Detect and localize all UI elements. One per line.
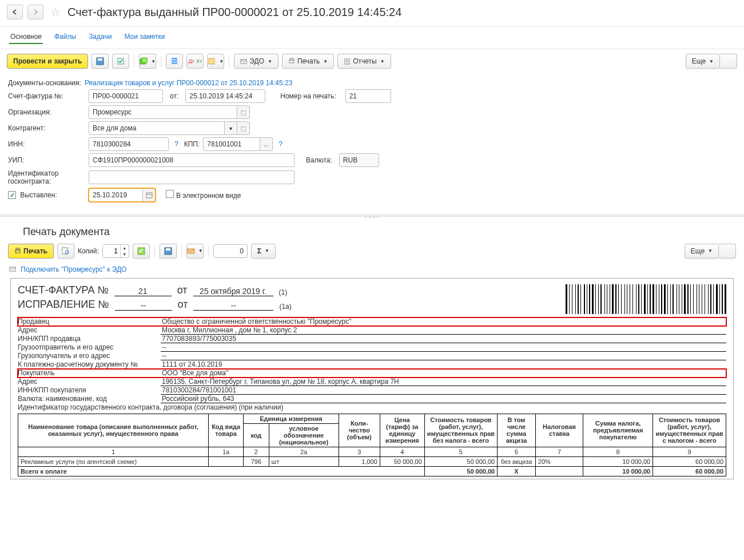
- print-no-label: Номер на печать:: [280, 92, 336, 100]
- inn-field[interactable]: 7810300284: [89, 137, 169, 151]
- svg-rect-10: [289, 60, 294, 63]
- issued-checkbox[interactable]: [8, 191, 16, 199]
- doc-kv-row: ПродавецОбщество с ограниченной ответств…: [18, 317, 726, 326]
- edo-button[interactable]: ЭДО▼: [234, 54, 278, 69]
- goscontract-line: Идентификатор государственного контракта…: [18, 403, 726, 411]
- issued-date-field[interactable]: 25.10.2019: [89, 188, 143, 202]
- issued-label: Выставлен:: [8, 191, 85, 200]
- tab-files[interactable]: Файлы: [53, 30, 77, 44]
- print-no-field[interactable]: 21: [345, 89, 391, 103]
- doc-kv-row: ИНН/КПП покупателя7810300284/781001001: [18, 386, 726, 395]
- help-button[interactable]: [720, 54, 737, 69]
- doc-kv-row: Грузополучатель и его адрес--: [18, 352, 726, 360]
- currency-field: RUB: [339, 153, 379, 167]
- svg-rect-17: [15, 250, 20, 253]
- page-title: Счет-фактура выданный ПР00-0000021 от 25…: [67, 6, 401, 19]
- svg-rect-23: [166, 248, 170, 251]
- doc-kv-row: К платежно-расчетному документу №1111 от…: [18, 360, 726, 369]
- svg-rect-11: [290, 58, 293, 60]
- edit-cell-button[interactable]: [133, 244, 150, 259]
- electronic-label: В электронном виде: [176, 192, 241, 200]
- favorite-star-icon[interactable]: ☆: [50, 5, 61, 19]
- svg-rect-6: [172, 60, 177, 62]
- svg-rect-1: [98, 58, 102, 61]
- kpp-label: КПП:: [184, 140, 200, 148]
- email-button[interactable]: ▼: [186, 244, 204, 259]
- issued-date-picker-button[interactable]: [143, 188, 156, 202]
- counterparty-select-button[interactable]: ▾: [225, 121, 237, 135]
- reports-button[interactable]: Отчеты▼: [337, 54, 391, 69]
- connect-edo-link[interactable]: Подключить "Промресурс" к ЭДО: [21, 265, 126, 273]
- doc-kv-row: Адрес196135, Санкт-Петербург г, Типанова…: [18, 378, 726, 386]
- corr-no: --: [115, 301, 172, 311]
- invoice-no-field[interactable]: ПР00-0000021: [89, 89, 163, 103]
- org-open-button[interactable]: ⬚: [237, 105, 250, 119]
- uip-label: УИП:: [8, 156, 85, 164]
- create-based-on-button[interactable]: ▼: [139, 54, 156, 69]
- from-date-field[interactable]: 25.10.2019 14:45:24: [185, 89, 265, 103]
- copies-label: Копий:: [78, 247, 99, 255]
- inn-help-icon[interactable]: ?: [174, 140, 178, 148]
- doc-kv-row: Грузоотправитель и его адрес--: [18, 343, 726, 352]
- tab-main[interactable]: Основное: [9, 30, 43, 44]
- electronic-checkbox[interactable]: [166, 190, 174, 198]
- print-doc-button[interactable]: Печать: [8, 244, 54, 259]
- copies-spinner[interactable]: ▲▼: [102, 244, 129, 258]
- corr-label: ИСПРАВЛЕНИЕ №: [18, 299, 109, 311]
- invoice-no-label: Счет-фактура №:: [8, 92, 85, 100]
- barcode: [566, 284, 726, 314]
- document-preview: СЧЕТ-ФАКТУРА № 21 от 25 октября 2019 г. …: [10, 278, 734, 479]
- svg-rect-7: [172, 62, 177, 64]
- svg-rect-5: [172, 58, 177, 59]
- corr-ot: от: [178, 299, 188, 311]
- sf-line1a: (1а): [279, 303, 291, 311]
- svg-rect-4: [142, 58, 147, 63]
- structure-button[interactable]: [166, 54, 183, 69]
- from-label: от:: [170, 92, 178, 100]
- print-section-title: Печать документа: [0, 220, 744, 241]
- nav-forward-button[interactable]: [27, 5, 43, 19]
- kpp-field[interactable]: 781001001: [203, 137, 260, 151]
- sf-label: СЧЕТ-ФАКТУРА №: [18, 284, 109, 296]
- kpp-select-button[interactable]: …: [260, 137, 273, 151]
- sf-no: 21: [114, 287, 172, 296]
- doc-kv-row: Валюта: наименование, кодРоссийский рубл…: [18, 395, 726, 403]
- goscontract-field[interactable]: [89, 170, 295, 184]
- svg-rect-18: [16, 248, 19, 250]
- doc-kv-row: ИНН/КПП продавца7707083893/775003035: [18, 335, 726, 343]
- counterparty-label: Контрагент:: [8, 124, 85, 132]
- basis-link[interactable]: Реализация товаров и услуг ПР00-000012 о…: [85, 79, 292, 87]
- counterparty-field[interactable]: Все для дома: [89, 121, 225, 135]
- org-field[interactable]: Промресурс: [89, 105, 237, 119]
- svg-rect-15: [146, 193, 152, 198]
- goscontract-label: Идентификатор госконтракта:: [8, 169, 85, 186]
- more-button[interactable]: Еще▼: [686, 54, 720, 69]
- sf-ot: от: [177, 284, 188, 296]
- counterparty-open-button[interactable]: ⬚: [237, 121, 250, 135]
- sf-date: 25 октября 2019 г.: [193, 287, 273, 296]
- print-button[interactable]: Печать▼: [282, 54, 334, 69]
- nav-back-button[interactable]: [7, 5, 23, 19]
- inn-label: ИНН:: [8, 140, 85, 148]
- edo-icon: [9, 265, 17, 273]
- save-button[interactable]: [91, 54, 109, 69]
- tab-tasks[interactable]: Задачи: [87, 30, 113, 44]
- tab-notes[interactable]: Мои заметки: [123, 30, 166, 44]
- dt-kt-button[interactable]: ДтКт: [186, 54, 204, 69]
- preview-button[interactable]: [57, 244, 74, 259]
- items-table: Наименование товара (описание выполненны…: [18, 414, 726, 476]
- doc-kv-row: АдресМосква г, Миллионная , дом № 1, кор…: [18, 326, 726, 335]
- help-button-2[interactable]: [719, 244, 736, 259]
- more-button-2[interactable]: Еще▼: [685, 244, 719, 259]
- uip-field[interactable]: СФ1910ПР000000021008: [89, 153, 295, 167]
- kpp-help-icon[interactable]: ?: [278, 140, 283, 148]
- sf-line1: (1): [279, 288, 288, 296]
- post-and-close-button[interactable]: Провести и закрыть: [7, 54, 88, 69]
- save-doc-button[interactable]: [160, 244, 177, 259]
- sum-field[interactable]: 0: [213, 244, 248, 258]
- copies-input: [103, 245, 120, 257]
- sigma-button[interactable]: Σ▼: [251, 244, 276, 259]
- post-button[interactable]: [112, 54, 129, 69]
- attach-button[interactable]: ▼: [207, 54, 224, 69]
- doc-kv-row: ПокупательООО "Все для дома": [18, 369, 726, 378]
